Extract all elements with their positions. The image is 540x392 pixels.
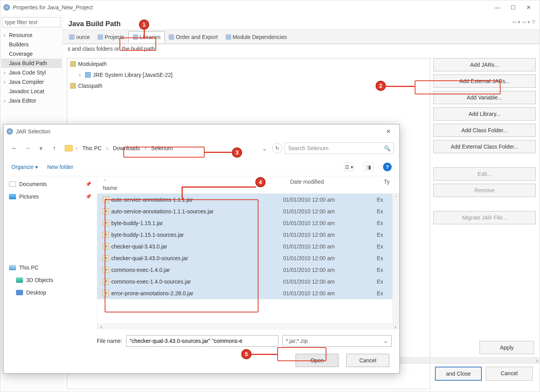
up-button[interactable]: ↑: [49, 143, 60, 154]
col-type[interactable]: Ty: [384, 179, 399, 191]
jar-icon: ☕: [103, 290, 109, 296]
tree-item[interactable]: Javadoc Locat: [1, 87, 62, 96]
nav-history[interactable]: ⇦ ▾ ⇨ ▾ ⠿: [512, 19, 536, 25]
file-row[interactable]: ☕auto-service-annotations-1.1.1.jar01/01…: [97, 194, 392, 206]
tree-item[interactable]: Builders: [1, 40, 62, 49]
open-button[interactable]: Open: [296, 354, 339, 367]
refresh-button[interactable]: ↻: [272, 143, 282, 153]
breadcrumb-pc[interactable]: This PC: [81, 144, 103, 152]
file-type-select[interactable]: *.jar;*.zip⌄: [282, 335, 392, 347]
edit-button[interactable]: Edit...: [433, 167, 536, 181]
search-icon: 🔍: [384, 145, 390, 151]
marker-4: 4: [255, 177, 266, 187]
tab[interactable]: Libraries: [128, 31, 165, 43]
col-date[interactable]: Date modified: [290, 179, 384, 191]
file-row[interactable]: ☕checker-qual-3.43.0-sources.jar01/01/20…: [97, 252, 392, 264]
jre-label[interactable]: JRE System Library [JavaSE-22]: [93, 72, 173, 78]
tree-item[interactable]: Java Build Path: [1, 59, 62, 68]
nav-item[interactable]: This PC: [4, 261, 97, 274]
tree-item[interactable]: ›Resource: [1, 30, 62, 40]
breadcrumb-selenum[interactable]: Selenum: [150, 144, 174, 152]
help-button[interactable]: ?: [383, 163, 392, 171]
tree-item-label: Java Build Path: [9, 60, 47, 66]
obj-icon: [16, 277, 23, 283]
new-folder-button[interactable]: New folder: [47, 164, 73, 170]
view-mode-button[interactable]: ☰ ▾: [344, 163, 354, 171]
apply-button[interactable]: Apply: [479, 341, 534, 354]
jar-icon: ☕: [103, 243, 109, 250]
col-name[interactable]: Name: [103, 185, 117, 191]
nav-item[interactable]: [4, 215, 97, 228]
nav-item[interactable]: Desktop: [4, 286, 97, 299]
tab[interactable]: Projects: [94, 32, 128, 43]
tab-icon: [169, 34, 174, 40]
file-name: auto-service-annotations-1.1.1.jar: [111, 197, 193, 203]
nav-item[interactable]: [4, 228, 97, 240]
minimize-button[interactable]: —: [490, 2, 505, 13]
vertical-scrollbar[interactable]: ˄: [392, 194, 399, 323]
pic-icon: [9, 194, 16, 199]
left-navigation[interactable]: Documents📌Pictures📌 This PC3D ObjectsDes…: [4, 176, 97, 330]
file-row[interactable]: ☕byte-buddy-1.15.1-sources.jar01/01/2010…: [97, 229, 392, 241]
jar-selection-dialog: JAR Selection ✕ ← → ▾ ↑ › This PC › Down…: [3, 124, 400, 374]
back-button[interactable]: ←: [9, 143, 20, 154]
blank-icon: [9, 219, 16, 224]
search-input[interactable]: Search Selenum 🔍: [285, 142, 394, 154]
nav-item[interactable]: Documents📌: [4, 178, 97, 190]
nav-item[interactable]: 3D Objects: [4, 274, 97, 286]
maximize-button[interactable]: ☐: [505, 2, 521, 13]
tab-icon: [69, 34, 75, 40]
tree-item[interactable]: ›Java Compiler: [1, 77, 62, 87]
file-row[interactable]: ☕commons-exec-1.4.0-sources.jar01/01/201…: [97, 276, 392, 287]
chevron-icon: ›: [4, 79, 7, 85]
modulepath-label: Modulepath: [78, 61, 107, 67]
filter-input[interactable]: type filter text: [2, 17, 61, 27]
organize-button[interactable]: Organize ▾: [11, 164, 38, 170]
tab[interactable]: Order and Export: [165, 32, 221, 43]
add-external-class-folder-button[interactable]: Add External Class Folder...: [433, 140, 536, 153]
list-horizontal-scrollbar[interactable]: ‹›: [97, 323, 399, 330]
close-button[interactable]: ✕: [521, 2, 536, 13]
file-date: 01/01/2010 12:00 am: [283, 290, 377, 296]
nav-item[interactable]: Pictures📌: [4, 190, 97, 203]
file-rows[interactable]: ☕auto-service-annotations-1.1.1.jar01/01…: [97, 194, 392, 323]
tree-item[interactable]: ›Java Code Styl: [1, 68, 62, 77]
add-external-jars-button[interactable]: Add External JARs...: [433, 74, 536, 88]
marker-3: 3: [232, 147, 242, 158]
forward-button[interactable]: →: [22, 143, 33, 154]
tab[interactable]: ource: [65, 32, 94, 43]
recent-button[interactable]: ▾: [36, 143, 46, 154]
file-row[interactable]: ☕auto-service-annotations-1.1.1-sources.…: [97, 206, 392, 217]
file-row[interactable]: ☕byte-buddy-1.15.1.jar01/01/2010 12:00 a…: [97, 217, 392, 229]
dialog-close-button[interactable]: ✕: [381, 126, 396, 137]
breadcrumb-downloads[interactable]: Downloads: [111, 144, 141, 152]
file-row[interactable]: ☕checker-qual-3.43.0.jar01/01/2010 12:00…: [97, 241, 392, 252]
nav-item-label: Pictures: [19, 193, 39, 200]
marker-5: 5: [241, 349, 251, 359]
add-library-button[interactable]: Add Library...: [433, 107, 536, 121]
add-jars-button[interactable]: Add JARs...: [433, 58, 536, 71]
file-row[interactable]: ☕error-prone-annotations-2.28.0.jar01/01…: [97, 287, 392, 299]
search-placeholder: Search Selenum: [288, 145, 329, 151]
chevron-right-icon[interactable]: ›: [79, 72, 83, 78]
nav-item-label: [19, 206, 37, 212]
file-type: Ex: [377, 278, 392, 285]
chevron-icon: ›: [4, 32, 7, 38]
tree-item[interactable]: Coverage: [1, 49, 62, 59]
add-class-folder-button[interactable]: Add Class Folder...: [433, 124, 536, 137]
breadcrumb-dropdown[interactable]: ⌄: [259, 143, 270, 154]
tab[interactable]: Module Dependencies: [222, 32, 291, 43]
tree-item[interactable]: ›Java Editor: [1, 96, 62, 105]
apply-close-button[interactable]: and Close: [435, 367, 482, 381]
add-variable-button[interactable]: Add Variable...: [433, 91, 536, 104]
nav-item[interactable]: [4, 240, 97, 253]
dialog-cancel-button[interactable]: Cancel: [346, 354, 389, 367]
migrate-jar-button[interactable]: Migrate JAR File...: [433, 211, 536, 224]
remove-button[interactable]: Remove: [433, 184, 536, 197]
preview-pane-button[interactable]: ◨: [364, 163, 374, 171]
nav-item[interactable]: [4, 203, 97, 215]
cancel-button[interactable]: Cancel: [486, 367, 533, 381]
file-row[interactable]: ☕commons-exec-1.4.0.jar01/01/2010 12:00 …: [97, 264, 392, 276]
tree-item-label: Java Compiler: [9, 79, 44, 85]
filename-input[interactable]: [126, 335, 278, 347]
